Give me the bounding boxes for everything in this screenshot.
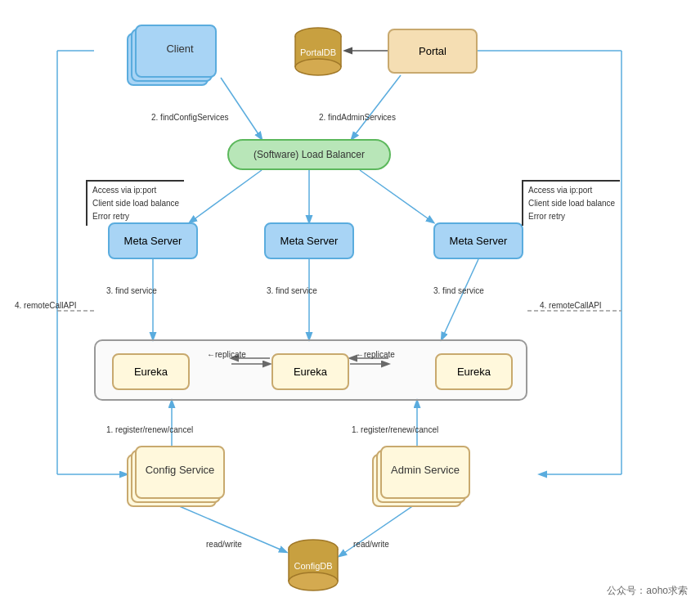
- register-1-label: 1. register/renew/cancel: [106, 425, 193, 434]
- remote-call-2-label: 4. remoteCallAPI: [540, 301, 602, 310]
- portaldb-node: PortalDB: [292, 26, 345, 82]
- svg-point-35: [289, 572, 338, 590]
- replicate-2-label: ←replicate: [356, 350, 395, 359]
- right-annotation-line2: Client side load balance: [528, 197, 615, 210]
- svg-text:PortalDB: PortalDB: [300, 47, 336, 57]
- architecture-diagram: Client PortalDB Portal (Software) Load B…: [0, 0, 700, 606]
- right-annotation-line1: Access via ip:port: [528, 184, 615, 197]
- meta-server-2: Meta Server: [264, 222, 354, 259]
- svg-line-5: [360, 170, 433, 222]
- portal-label: Portal: [419, 45, 446, 57]
- eureka-2-label: Eureka: [294, 366, 327, 378]
- find-service-2-label: 3. find service: [267, 286, 317, 295]
- configdb-node: ConfigDB: [285, 538, 342, 598]
- meta-server-1-label: Meta Server: [124, 235, 182, 247]
- svg-point-29: [295, 59, 341, 75]
- find-service-1-label: 3. find service: [106, 286, 157, 295]
- eureka-1-label: Eureka: [134, 366, 168, 378]
- read-write-1-label: read/write: [206, 540, 242, 549]
- right-annotation: Access via ip:port Client side load bala…: [522, 180, 620, 226]
- portaldb-icon: PortalDB: [292, 26, 345, 79]
- watermark: 公众号：aoho求索: [607, 584, 688, 598]
- read-write-2-label: read/write: [353, 540, 389, 549]
- eureka-2: Eureka: [271, 353, 349, 390]
- remote-call-1-label: 4. remoteCallAPI: [15, 301, 77, 310]
- config-service-label: Config Service: [135, 464, 225, 476]
- client-label: Client: [135, 43, 225, 55]
- svg-line-2: [352, 75, 401, 139]
- register-2-label: 1. register/renew/cancel: [352, 425, 438, 434]
- eureka-3-label: Eureka: [457, 366, 491, 378]
- svg-text:ConfigDB: ConfigDB: [294, 561, 332, 571]
- meta-server-2-label: Meta Server: [280, 235, 339, 247]
- meta-server-3-label: Meta Server: [450, 235, 508, 247]
- svg-line-8: [442, 259, 478, 339]
- find-config-label: 2. findConfigServices: [151, 113, 229, 122]
- annotation-line1: Access via ip:port: [92, 184, 179, 197]
- find-admin-label: 2. findAdminServices: [319, 113, 396, 122]
- eureka-3: Eureka: [435, 353, 513, 390]
- admin-service-label: Admin Service: [380, 464, 470, 476]
- right-annotation-line3: Error retry: [528, 210, 615, 223]
- load-balancer-node: (Software) Load Balancer: [227, 139, 391, 170]
- portal-node: Portal: [388, 29, 478, 74]
- configdb-icon: ConfigDB: [285, 538, 342, 595]
- meta-server-1: Meta Server: [108, 222, 198, 259]
- eureka-1: Eureka: [112, 353, 190, 390]
- left-annotation: Access via ip:port Client side load bala…: [86, 180, 184, 226]
- annotation-line2: Client side load balance: [92, 197, 179, 210]
- svg-line-3: [190, 170, 262, 222]
- eureka-container: Eureka Eureka Eureka: [94, 339, 527, 401]
- replicate-1-label: ←replicate: [207, 350, 246, 359]
- svg-line-1: [221, 78, 262, 139]
- load-balancer-label: (Software) Load Balancer: [254, 149, 365, 160]
- meta-server-3: Meta Server: [433, 222, 523, 259]
- annotation-line3: Error retry: [92, 210, 179, 223]
- find-service-3-label: 3. find service: [433, 286, 484, 295]
